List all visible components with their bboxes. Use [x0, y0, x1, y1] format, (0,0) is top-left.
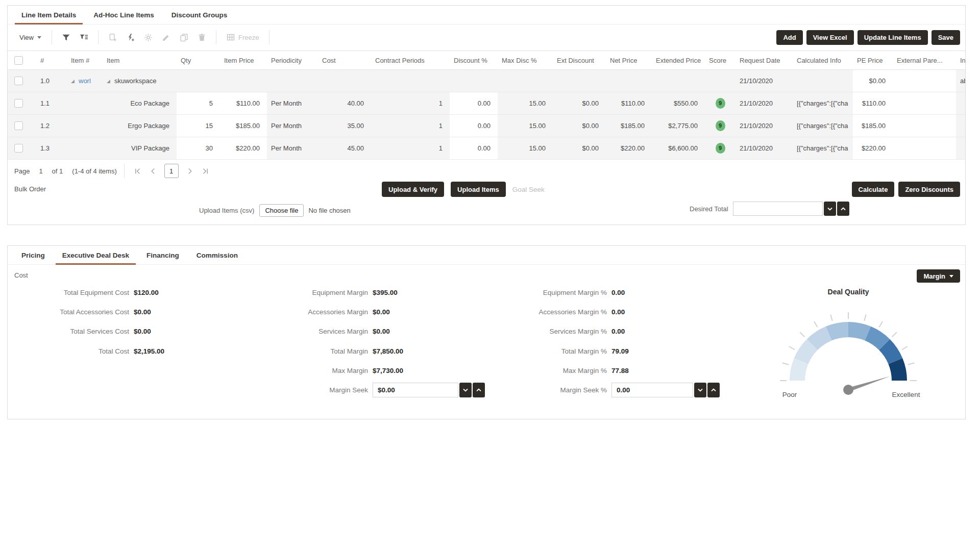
- chevron-up-icon: [841, 207, 846, 211]
- gear-button[interactable]: [139, 31, 157, 44]
- cell-qty[interactable]: 30: [177, 137, 220, 160]
- column-header-cost[interactable]: Cost: [318, 51, 371, 70]
- upload-items-button[interactable]: Upload Items: [451, 182, 506, 197]
- row-checkbox[interactable]: [14, 99, 23, 108]
- desired-total-input[interactable]: [733, 202, 823, 216]
- column-header-num[interactable]: #: [36, 51, 67, 70]
- margin-seek-percent-decrease-button[interactable]: [694, 383, 706, 397]
- tab-executive-deal-desk[interactable]: Executive Deal Desk: [55, 246, 136, 264]
- margin-field-value: $7,850.00: [373, 347, 403, 355]
- cell-discount[interactable]: 0.00: [450, 115, 498, 137]
- tab-discount-groups[interactable]: Discount Groups: [164, 6, 235, 24]
- current-page-box[interactable]: 1: [164, 164, 179, 178]
- tab-ad-hoc-line-items[interactable]: Ad-Hoc Line Items: [86, 6, 161, 24]
- view-dropdown[interactable]: View: [14, 31, 46, 44]
- column-header-score[interactable]: Score: [705, 51, 736, 70]
- row-checkbox[interactable]: [14, 121, 23, 130]
- cell-discount[interactable]: 0.00: [450, 92, 498, 115]
- flash-add-button[interactable]: [121, 31, 139, 44]
- cell-qty[interactable]: 15: [177, 115, 220, 137]
- cell-contract_periods: 1: [371, 115, 450, 137]
- margin-field-row: Equipment Margin$395.00: [222, 283, 485, 302]
- gauge-poor-label: Poor: [782, 391, 797, 398]
- item-number-link[interactable]: worl: [79, 77, 91, 85]
- cell-qty[interactable]: 5: [177, 92, 220, 115]
- select-all-checkbox[interactable]: [14, 56, 23, 65]
- column-header-item_price[interactable]: Item Price: [220, 51, 267, 70]
- copy-add-button[interactable]: [104, 31, 121, 44]
- column-header-qty[interactable]: Qty: [177, 51, 220, 70]
- column-header-periodicity[interactable]: Periodicity: [267, 51, 318, 70]
- tab-line-item-details[interactable]: Line Item Details: [14, 6, 83, 24]
- desired-total-decrease-button[interactable]: [824, 202, 836, 216]
- last-page-button[interactable]: [198, 166, 213, 177]
- column-header-calculated_info[interactable]: Calculated Info: [793, 51, 853, 70]
- row-checkbox[interactable]: [14, 144, 23, 153]
- filter-edit-button[interactable]: [75, 31, 93, 44]
- choose-file-button[interactable]: Choose file: [259, 204, 304, 217]
- pencil-button[interactable]: [157, 31, 175, 44]
- cell-item_price[interactable]: $220.00: [220, 137, 267, 160]
- calculate-button[interactable]: Calculate: [852, 182, 895, 197]
- view-excel-button[interactable]: View Excel: [806, 30, 854, 45]
- freeze-button[interactable]: Freeze: [222, 31, 264, 43]
- first-page-button[interactable]: [130, 166, 145, 177]
- cell-max_disc: 15.00: [498, 115, 553, 137]
- save-button[interactable]: Save: [932, 30, 960, 45]
- margin-percent-field-value: 0.00: [611, 328, 625, 335]
- trash-button[interactable]: [193, 31, 211, 44]
- upload-verify-button[interactable]: Upload & Verify: [382, 182, 444, 197]
- bulk-order-label: Bulk Order: [14, 182, 46, 197]
- margin-seek-percent-increase-button[interactable]: [707, 383, 720, 397]
- expand-triangle-icon[interactable]: [71, 80, 75, 83]
- cell-item_price[interactable]: $110.00: [220, 92, 267, 115]
- gauge-tick: [864, 315, 866, 321]
- column-header-request_date[interactable]: Request Date: [736, 51, 793, 70]
- column-header-max_disc[interactable]: Max Disc %: [498, 51, 553, 70]
- cell-num: 1.0: [36, 70, 67, 92]
- column-header-item[interactable]: Item: [103, 51, 177, 70]
- cell-item_price[interactable]: $185.00: [220, 115, 267, 137]
- tab-financing[interactable]: Financing: [139, 246, 186, 264]
- update-line-items-button[interactable]: Update Line Items: [857, 30, 928, 45]
- cell-ext_discount: $0.00: [553, 137, 606, 160]
- cell-pe_price[interactable]: $220.00: [853, 137, 893, 160]
- cell-pe_price[interactable]: $185.00: [853, 115, 893, 137]
- tab-commission[interactable]: Commission: [189, 246, 245, 264]
- column-header-extended_price[interactable]: Extended Price: [652, 51, 705, 70]
- column-header-ext_discount[interactable]: Ext Discount: [553, 51, 606, 70]
- margin-seek-input[interactable]: [373, 383, 458, 397]
- expand-triangle-icon[interactable]: [107, 80, 110, 83]
- cell-pe_price[interactable]: $110.00: [853, 92, 893, 115]
- zero-discounts-button[interactable]: Zero Discounts: [898, 182, 960, 197]
- column-header-ins[interactable]: Ins: [956, 51, 965, 70]
- row-checkbox[interactable]: [14, 77, 23, 85]
- copy-button[interactable]: [175, 31, 193, 44]
- cell-external_parent[interactable]: [893, 92, 956, 115]
- copy-icon: [180, 33, 188, 42]
- cell-item: Ergo Package: [103, 115, 177, 137]
- column-header-pe_price[interactable]: PE Price: [853, 51, 893, 70]
- next-page-button[interactable]: [182, 166, 198, 177]
- cell-external_parent[interactable]: [893, 70, 956, 92]
- column-header-net_price[interactable]: Net Price: [606, 51, 652, 70]
- margin-seek-percent-input[interactable]: [611, 383, 693, 397]
- column-header-contract_periods[interactable]: Contract Periods: [371, 51, 450, 70]
- margin-dropdown-button[interactable]: Margin: [917, 269, 960, 283]
- cell-discount[interactable]: 0.00: [450, 137, 498, 160]
- cell-pe_price[interactable]: $0.00: [853, 70, 893, 92]
- goal-seek-link[interactable]: Goal Seek: [512, 186, 545, 193]
- cell-external_parent[interactable]: [893, 115, 956, 137]
- cell-external_parent[interactable]: [893, 137, 956, 160]
- add-button[interactable]: Add: [776, 30, 802, 45]
- page-number-input[interactable]: 1: [39, 167, 42, 175]
- previous-page-button[interactable]: [145, 166, 161, 177]
- column-header-discount[interactable]: Discount %: [450, 51, 498, 70]
- cost-field-value: $2,195.00: [134, 347, 164, 355]
- cell-ins: abc: [956, 70, 965, 92]
- column-header-external_parent[interactable]: External Pare...: [893, 51, 956, 70]
- tab-pricing[interactable]: Pricing: [14, 246, 52, 264]
- filter-button[interactable]: [57, 31, 75, 44]
- column-header-item_no[interactable]: Item #: [67, 51, 103, 70]
- desired-total-increase-button[interactable]: [837, 202, 849, 216]
